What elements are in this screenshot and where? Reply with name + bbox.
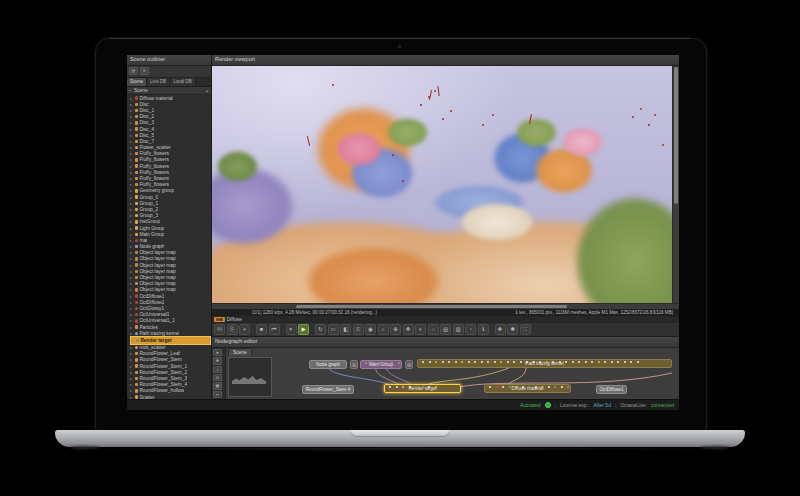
info-icon[interactable]: ℹ	[478, 324, 489, 335]
expand-arrow-icon[interactable]: ▸	[130, 145, 133, 150]
expand-arrow-icon[interactable]: ▸	[130, 312, 133, 317]
refresh-icon[interactable]: ⟳	[140, 67, 149, 75]
node--[interactable]: ⊞	[350, 360, 358, 369]
expand-arrow-icon[interactable]: ▸	[130, 269, 133, 274]
pin-icon[interactable]	[598, 361, 600, 363]
pin-icon[interactable]	[402, 386, 404, 388]
scrollbar-thumb[interactable]	[296, 305, 567, 308]
expand-arrow-icon[interactable]: ▸	[130, 108, 133, 113]
expand-arrow-icon[interactable]: ▾	[129, 88, 132, 93]
expand-arrow-icon[interactable]: ▸	[130, 114, 133, 119]
add-icon[interactable]: ✚	[495, 324, 506, 335]
layers-icon[interactable]: ▤	[440, 324, 451, 335]
grid-icon[interactable]: ▦	[213, 382, 222, 389]
expand-arrow-icon[interactable]: ▸	[130, 238, 133, 243]
nodegraph-minimap[interactable]	[228, 357, 272, 397]
expand-arrow-icon[interactable]: ▸	[130, 195, 133, 200]
pin-icon[interactable]	[554, 386, 556, 388]
tree-root-row[interactable]: ▾ Scene ▲	[127, 87, 211, 95]
stop-icon[interactable]: ■	[256, 324, 267, 335]
expand-arrow-icon[interactable]: ▸	[130, 370, 133, 375]
cut-icon[interactable]: ✂	[213, 391, 222, 398]
expand-arrow-icon[interactable]: ▸	[130, 170, 133, 175]
pin-icon[interactable]	[515, 386, 517, 388]
pin-icon[interactable]	[591, 361, 593, 363]
expand-arrow-icon[interactable]: ▸	[131, 338, 134, 343]
pan-icon[interactable]: ✥	[403, 324, 414, 335]
viewport-vertical-scrollbar[interactable]	[672, 66, 679, 303]
camera-icon[interactable]: ◉	[365, 324, 376, 335]
white-balance-icon[interactable]: ☼	[428, 324, 439, 335]
pin-icon[interactable]	[520, 361, 522, 363]
pin-icon[interactable]	[435, 361, 437, 363]
pin-icon[interactable]	[535, 386, 537, 388]
expand-arrow-icon[interactable]: ▸	[130, 182, 133, 187]
pin-icon[interactable]	[409, 386, 411, 388]
pass-label[interactable]: Diffuse	[227, 317, 242, 322]
pin-icon[interactable]	[385, 362, 387, 364]
pan-icon[interactable]: ✥	[213, 357, 222, 364]
pin-icon[interactable]	[442, 361, 444, 363]
pin-icon[interactable]	[604, 361, 606, 363]
node-octdiffuse1[interactable]: OctDiffuse1	[596, 385, 627, 394]
pin-icon[interactable]	[617, 361, 619, 363]
pin-icon[interactable]	[578, 361, 580, 363]
expand-arrow-icon[interactable]: ▸	[130, 188, 133, 193]
pin-icon[interactable]	[548, 386, 550, 388]
pin-icon[interactable]	[513, 361, 515, 363]
node-roundflower-stem-4[interactable]: RoundFlower_Stem 4	[302, 385, 354, 394]
pin-icon[interactable]	[585, 361, 587, 363]
expand-arrow-icon[interactable]: ▸	[130, 256, 133, 261]
restart-icon[interactable]: ⏮	[269, 324, 280, 335]
pin-icon[interactable]	[624, 361, 626, 363]
zoom-icon[interactable]: ⊕	[390, 324, 401, 335]
expand-arrow-icon[interactable]: ▸	[130, 357, 133, 362]
expand-arrow-icon[interactable]: ▸	[130, 201, 133, 206]
outliner-tab-local-db[interactable]: Local DB	[170, 78, 196, 86]
pin-icon[interactable]	[389, 386, 391, 388]
pin-icon[interactable]	[435, 386, 437, 388]
alpha-icon[interactable]: ◧	[340, 324, 351, 335]
expand-arrow-icon[interactable]: ▸	[130, 275, 133, 280]
pin-icon[interactable]	[502, 386, 504, 388]
refresh-icon[interactable]: ↻	[315, 324, 326, 335]
pin-icon[interactable]	[461, 361, 463, 363]
pin-icon[interactable]	[533, 361, 535, 363]
clay-icon[interactable]: ◔	[465, 324, 476, 335]
play-icon[interactable]: ▶	[298, 324, 309, 335]
pin-icon[interactable]	[567, 386, 569, 388]
pin-icon[interactable]	[481, 361, 483, 363]
expand-arrow-icon[interactable]: ▸	[130, 219, 133, 224]
expand-arrow-icon[interactable]: ▸	[130, 151, 133, 156]
expand-arrow-icon[interactable]: ▸	[130, 294, 133, 299]
pin-icon[interactable]	[630, 361, 632, 363]
pin-icon[interactable]	[637, 361, 639, 363]
fullscreen-icon[interactable]: ⛶	[520, 324, 531, 335]
pin-icon[interactable]	[372, 362, 374, 364]
render-image[interactable]	[212, 66, 672, 303]
expand-arrow-icon[interactable]: ▸	[130, 281, 133, 286]
node-diffuse-material[interactable]: Diffuse material	[484, 384, 571, 393]
expand-arrow-icon[interactable]: ▸	[130, 213, 133, 218]
expand-arrow-icon[interactable]: ▸	[130, 157, 133, 162]
nodegraph-canvas[interactable]: Scene Node graph⊞Main Group⊞Path tracing…	[226, 348, 679, 399]
pin-icon[interactable]	[526, 361, 528, 363]
expand-arrow-icon[interactable]: ▸	[130, 96, 133, 101]
material-picker-icon[interactable]: ◐	[415, 324, 426, 335]
pin-icon[interactable]	[572, 361, 574, 363]
viewport-horizontal-scrollbar[interactable]	[212, 303, 679, 309]
picker-icon[interactable]: ⌖	[239, 324, 250, 335]
pin-icon[interactable]	[429, 361, 431, 363]
expand-arrow-icon[interactable]: ▸	[130, 345, 133, 350]
node-path-tracing-kernel[interactable]: Path tracing kernel	[417, 359, 672, 368]
expand-arrow-icon[interactable]: ▸	[130, 207, 133, 212]
expand-arrow-icon[interactable]: ▸	[130, 232, 133, 237]
expand-arrow-icon[interactable]: ▸	[130, 139, 133, 144]
pin-icon[interactable]	[398, 362, 400, 364]
outliner-tab-live-db[interactable]: Live DB	[147, 78, 170, 86]
tree-item[interactable]: ▸Render target	[130, 336, 211, 344]
pin-icon[interactable]	[391, 362, 393, 364]
pass-badge[interactable]: MB	[214, 317, 225, 322]
expand-arrow-icon[interactable]: ▸	[130, 331, 133, 336]
expand-arrow-icon[interactable]: ▸	[130, 376, 133, 381]
